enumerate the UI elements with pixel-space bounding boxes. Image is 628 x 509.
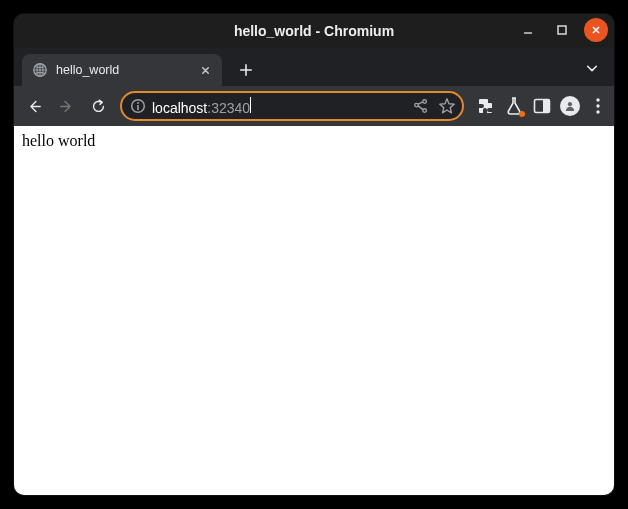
browser-menu-icon[interactable]	[588, 96, 608, 116]
svg-point-11	[596, 110, 599, 113]
url-host: localhost	[152, 100, 207, 116]
window-titlebar: hello_world - Chromium	[14, 14, 614, 48]
url-text: localhost:32340	[152, 97, 406, 116]
nav-back-button[interactable]	[20, 92, 48, 120]
share-icon[interactable]	[412, 97, 430, 115]
globe-icon	[32, 62, 48, 78]
svg-rect-5	[137, 105, 139, 110]
svg-point-4	[137, 102, 139, 104]
window-close-button[interactable]	[584, 18, 608, 42]
window-minimize-button[interactable]	[516, 18, 540, 42]
browser-window: hello_world - Chromium hello_world	[14, 14, 614, 495]
svg-rect-7	[543, 100, 550, 113]
tab-close-button[interactable]	[196, 61, 214, 79]
address-bar[interactable]: localhost:32340	[120, 91, 464, 121]
new-tab-button[interactable]	[232, 56, 260, 84]
toolbar-icons	[476, 96, 608, 116]
notification-dot-icon	[519, 111, 525, 117]
tab-title: hello_world	[56, 63, 190, 77]
tab-list-button[interactable]	[582, 58, 602, 78]
svg-point-8	[568, 102, 572, 106]
tab-strip: hello_world	[14, 48, 614, 86]
browser-toolbar: localhost:32340	[14, 86, 614, 126]
bookmark-star-icon[interactable]	[438, 97, 456, 115]
profile-avatar[interactable]	[560, 96, 580, 116]
svg-rect-0	[558, 26, 566, 34]
text-cursor	[250, 97, 251, 113]
site-info-icon[interactable]	[130, 98, 146, 114]
experiments-icon[interactable]	[504, 96, 524, 116]
nav-reload-button[interactable]	[84, 92, 112, 120]
window-title: hello_world - Chromium	[234, 23, 394, 39]
nav-forward-button[interactable]	[52, 92, 80, 120]
browser-tab[interactable]: hello_world	[22, 54, 222, 86]
omnibox-actions	[412, 97, 456, 115]
page-viewport[interactable]: hello world	[14, 126, 614, 495]
url-port: :32340	[207, 100, 250, 116]
side-panel-icon[interactable]	[532, 96, 552, 116]
extensions-icon[interactable]	[476, 96, 496, 116]
window-controls	[516, 18, 608, 42]
svg-point-9	[596, 98, 599, 101]
window-maximize-button[interactable]	[550, 18, 574, 42]
page-body-text: hello world	[22, 132, 95, 149]
svg-point-10	[596, 104, 599, 107]
